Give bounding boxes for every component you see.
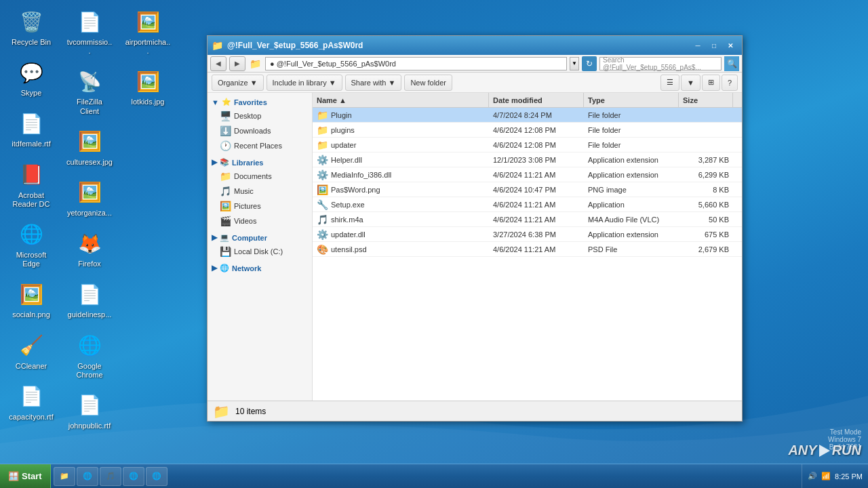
sidebar-item-local-disk[interactable]: 💾 Local Disk (C:) [208,244,312,259]
desktop-icon-firefox[interactable]: 🦊 Firefox [64,227,115,271]
explorer-window: 📁 @!Full_Ver_$etup_5566_pAs$W0rd ─ □ ✕ ◀… [207,35,743,422]
icon-image-lotkids: 🖼️ [134,68,161,95]
music-icon: 🎵 [220,186,231,197]
close-button[interactable]: ✕ [723,39,738,52]
file-name-updater-dll: ⚙️ updater.dll [313,227,489,241]
help-button[interactable]: ? [722,75,738,91]
icon-image-firefox: 🦊 [76,230,103,257]
file-name-plugin-folder: 📁 Plugin [313,108,489,122]
window-icon: 📁 [212,40,223,51]
share-with-button[interactable]: Share with ▼ [345,75,402,91]
minimize-button[interactable]: ─ [690,39,705,52]
forward-button[interactable]: ▶ [229,56,245,71]
desktop-icon-culturesex[interactable]: 🖼️ culturesex.jpg [64,125,115,169]
desktop-icon-johnpublic[interactable]: 📄 johnpublic.rtf [64,389,115,433]
window-title: @!Full_Ver_$etup_5566_pAs$W0rd [227,41,686,50]
file-date-password-png: 4/6/2024 10:47 PM [489,182,584,197]
icon-image-ccleaner: 🧹 [18,332,45,359]
sidebar-item-desktop[interactable]: 🖥️ Desktop [208,108,312,123]
desktop-icon-chrome[interactable]: 🌐 Google Chrome [64,329,115,382]
desktop-icon-skype[interactable]: 💬 Skype [5,56,57,100]
play-icon [819,445,830,457]
address-input[interactable]: ● @!Full_Ver_$etup_5566_pAs$W0rd [265,57,567,70]
column-size-header[interactable]: Size [679,93,733,107]
file-size-password-png: 8 KB [679,182,733,197]
desktop-icon-tvcommission[interactable]: 📄 tvcommissio... [64,5,115,58]
icon-label-johnpublic: johnpublic.rtf [68,422,111,430]
desktop-icon-socialn[interactable]: 🖼️ socialn.png [5,278,57,322]
search-box[interactable]: Search @!Full_Ver_$etup_5566_pAs$... [599,57,722,70]
desktop-icon-filezilla[interactable]: 📡 FileZilla Client [64,65,115,118]
file-rows-container: 📁 Plugin 4/7/2024 8:24 PM File folder 📁 … [313,108,742,257]
window-controls: ─ □ ✕ [690,39,738,52]
view-options-button[interactable]: ▼ [681,75,701,91]
music-label: Music [234,187,254,195]
taskbar-chrome[interactable]: 🌐 [123,467,144,486]
file-row-utensil-psd[interactable]: 🎨 utensil.psd 4/6/2024 11:21 AM PSD File… [313,242,742,257]
file-row-updater-dll[interactable]: ⚙️ updater.dll 3/27/2024 6:38 PM Applica… [313,227,742,242]
tray-time: 8:25 PM [835,472,863,481]
network-header[interactable]: ▶ 🌐 Network [208,262,312,274]
back-button[interactable]: ◀ [210,56,226,71]
tray-speaker-icon: 🔊 [808,472,817,481]
change-view-button[interactable]: ☰ [660,75,679,91]
file-row-updater-folder[interactable]: 📁 updater 4/6/2024 12:08 PM File folder [313,138,742,152]
libraries-header[interactable]: ▶ 📚 Libraries [208,156,312,169]
file-row-plugin-folder[interactable]: 📁 Plugin 4/7/2024 8:24 PM File folder [313,108,742,123]
new-folder-button[interactable]: New folder [404,75,452,91]
column-name-header[interactable]: Name ▲ [313,93,489,107]
refresh-button[interactable]: ↻ [582,56,597,71]
computer-header[interactable]: ▶ 💻 Computer [208,231,312,244]
desktop-icon-itdfemale[interactable]: 📄 itdfemale.rtf [5,107,57,151]
taskbar-wmp[interactable]: 🎵 [100,467,121,486]
favorites-header[interactable]: ▼ ⭐ Favorites [208,96,312,108]
desktop-icon-acrobat[interactable]: 📕 Acrobat Reader DC [5,159,57,211]
sidebar-item-recent-places[interactable]: 🕐 Recent Places [208,138,312,153]
icon-label-airportmicha: airportmicha... [125,38,171,56]
desktop-icon-guidelinesp[interactable]: 📄 guidelinesp... [64,278,115,322]
address-dropdown-button[interactable]: ▼ [570,57,579,70]
file-size-updater-folder [679,138,733,152]
desktop-icon-capacityon[interactable]: 📄 capacityon.rtf [5,380,57,424]
taskbar-explorer[interactable]: 📁 [54,467,75,486]
network-section: ▶ 🌐 Network [208,262,312,274]
videos-label: Videos [234,217,256,225]
column-date-header[interactable]: Date modified [489,93,584,107]
sidebar-item-documents[interactable]: 📁 Documents [208,169,312,184]
search-button[interactable]: 🔍 [724,56,739,71]
sort-arrow: ▲ [339,96,347,104]
file-type-shirk-m4a: M4A Audio File (VLC) [584,212,679,226]
icon-image-airportmicha: 🖼️ [134,8,161,35]
sidebar-item-downloads[interactable]: ⬇️ Downloads [208,123,312,138]
file-row-plugins-folder[interactable]: 📁 plugins 4/6/2024 12:08 PM File folder [313,123,742,138]
file-size-updater-dll: 675 KB [679,227,733,241]
file-icon-password-png: 🖼️ [317,184,328,195]
sidebar-item-videos[interactable]: 🎬 Videos [208,214,312,228]
sidebar-item-pictures[interactable]: 🖼️ Pictures [208,199,312,214]
start-button[interactable]: 🪟 Start [0,464,51,488]
network-label: Network [232,264,261,272]
desktop-icon-recycle-bin[interactable]: 🗑️ Recycle Bin [5,5,57,49]
icon-label-chrome: Google Chrome [66,362,113,380]
column-type-header[interactable]: Type [584,93,679,107]
file-date-utensil-psd: 4/6/2024 11:21 AM [489,242,584,256]
organize-button[interactable]: Organize ▼ [212,75,264,91]
file-type-plugins-folder: File folder [584,123,679,137]
file-row-password-png[interactable]: 🖼️ Pas$Word.png 4/6/2024 10:47 PM PNG im… [313,182,742,197]
sidebar-item-music[interactable]: 🎵 Music [208,184,312,199]
desktop-icon-ccleaner[interactable]: 🧹 CCleaner [5,329,57,373]
taskbar-edge[interactable]: 🌐 [146,467,167,486]
file-row-mediainfo-dll[interactable]: ⚙️ MediaInfo_i386.dll 4/6/2024 11:21 AM … [313,167,742,182]
desktop-icon-airportmicha[interactable]: 🖼️ airportmicha... [122,5,174,58]
taskbar-ie[interactable]: 🌐 [77,467,98,486]
file-icon-plugin-folder: 📁 [317,110,328,121]
file-row-setup-exe[interactable]: 🔧 Setup.exe 4/6/2024 11:21 AM Applicatio… [313,197,742,212]
maximize-button[interactable]: □ [707,39,722,52]
file-row-helper-dll[interactable]: ⚙️ Helper.dll 12/1/2023 3:08 PM Applicat… [313,152,742,167]
include-in-library-button[interactable]: Include in library ▼ [267,75,342,91]
preview-pane-button[interactable]: ⊞ [702,75,720,91]
file-row-shirk-m4a[interactable]: 🎵 shirk.m4a 4/6/2024 11:21 AM M4A Audio … [313,212,742,227]
desktop-icon-yetorganiza[interactable]: 🖼️ yetorganiza... [64,176,115,220]
desktop-icon-edge[interactable]: 🌐 Microsoft Edge [5,218,57,271]
desktop-icon-lotkids[interactable]: 🖼️ lotkids.jpg [122,65,174,109]
